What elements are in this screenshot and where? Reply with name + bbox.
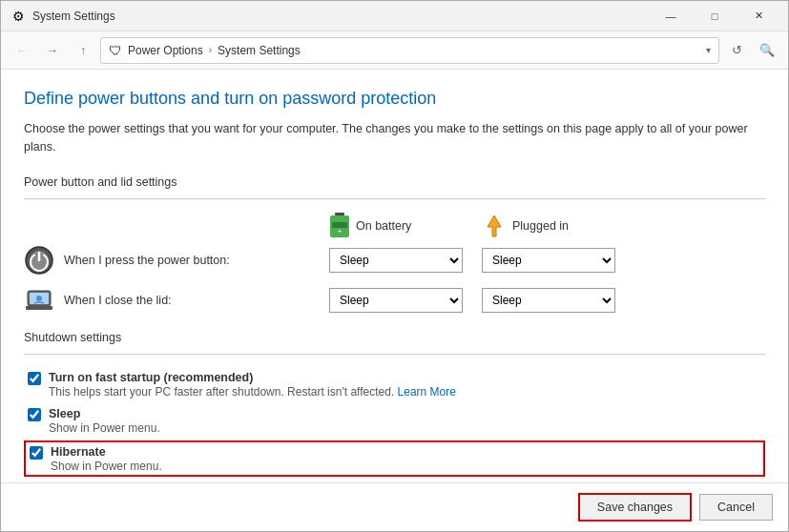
lid-row: When I close the lid: Sleep Hibernate Sh… (24, 285, 765, 316)
hibernate-label[interactable]: Hibernate (51, 445, 106, 459)
power-button-row: When I press the power button: Sleep Hib… (24, 245, 765, 276)
lid-on-battery-select[interactable]: Sleep Hibernate Shut down Turn off the d… (329, 288, 463, 313)
content-area: Define power buttons and turn on passwor… (1, 70, 788, 482)
svg-marker-4 (488, 215, 501, 236)
minimize-button[interactable]: — (649, 1, 693, 31)
fast-startup-sublabel: This helps start your PC faster after sh… (49, 385, 456, 399)
address-power-options: Power Options (128, 44, 203, 57)
lid-label: When I close the lid: (64, 294, 329, 307)
shutdown-section-label: Shutdown settings (24, 331, 765, 344)
power-on-battery-select[interactable]: Sleep Hibernate Shut down Turn off the d… (329, 248, 463, 273)
back-button[interactable]: ← (9, 37, 35, 64)
close-button[interactable]: ✕ (737, 1, 780, 31)
title-bar-controls: — □ ✕ (649, 1, 780, 31)
address-chevron: › (209, 45, 212, 55)
fast-startup-row: Turn on fast startup (recommended) This … (24, 368, 765, 400)
power-button-icon (24, 245, 54, 276)
battery-icon: + (329, 213, 350, 239)
fast-startup-label[interactable]: Turn on fast startup (recommended) (49, 371, 253, 384)
shutdown-divider (24, 354, 765, 355)
maximize-button[interactable]: □ (693, 1, 737, 31)
window-icon: ⚙ (12, 9, 25, 24)
power-button-label: When I press the power button: (64, 254, 329, 267)
title-bar: ⚙ System Settings — □ ✕ (1, 1, 788, 31)
section-divider (24, 198, 765, 199)
sleep-content: Sleep Show in Power menu. (49, 406, 160, 435)
address-field[interactable]: 🛡 Power Options › System Settings ▾ (100, 37, 719, 64)
fast-startup-checkbox[interactable] (28, 372, 41, 385)
power-plugged-select-wrap: Sleep Hibernate Shut down Turn off the d… (482, 248, 634, 273)
header-on-battery: + On battery (329, 213, 482, 239)
sleep-label[interactable]: Sleep (49, 407, 80, 420)
hibernate-sublabel: Show in Power menu. (51, 460, 162, 473)
footer: Save changes Cancel (1, 482, 788, 531)
table-header-row: + On battery Plugged in (24, 213, 765, 239)
up-button[interactable]: ↑ (70, 37, 96, 64)
lid-plugged-select[interactable]: Sleep Hibernate Shut down Turn off the d… (482, 288, 615, 313)
fast-startup-content: Turn on fast startup (recommended) This … (49, 370, 456, 399)
power-plugged-select[interactable]: Sleep Hibernate Shut down Turn off the d… (482, 248, 615, 273)
refresh-button[interactable]: ↺ (723, 37, 750, 64)
lid-icon (24, 285, 54, 316)
power-section-label: Power button and lid settings (24, 175, 765, 189)
sleep-sublabel: Show in Power menu. (49, 421, 160, 435)
address-bar: ← → ↑ 🛡 Power Options › System Settings … (1, 31, 788, 70)
svg-point-10 (36, 296, 42, 301)
power-table: + On battery Plugged in (24, 213, 765, 316)
window-title: System Settings (32, 10, 115, 23)
address-dropdown-arrow[interactable]: ▾ (706, 45, 711, 55)
header-empty-col (24, 213, 329, 239)
lid-battery-select-wrap: Sleep Hibernate Shut down Turn off the d… (329, 288, 482, 313)
lid-plugged-select-wrap: Sleep Hibernate Shut down Turn off the d… (482, 288, 634, 313)
sleep-checkbox[interactable] (28, 408, 41, 421)
main-window: ⚙ System Settings — □ ✕ ← → ↑ 🛡 Power Op… (0, 0, 789, 532)
svg-rect-0 (335, 213, 344, 215)
header-plugged-in: Plugged in (482, 213, 634, 239)
title-bar-left: ⚙ System Settings (12, 9, 115, 24)
cancel-button[interactable]: Cancel (699, 494, 773, 521)
hibernate-row: Hibernate Show in Power menu. (24, 440, 765, 477)
page-description: Choose the power settings that you want … (24, 120, 765, 156)
save-changes-button[interactable]: Save changes (578, 493, 692, 522)
svg-rect-9 (26, 306, 52, 310)
hibernate-checkbox[interactable] (30, 446, 43, 460)
svg-text:+: + (338, 227, 343, 235)
page-title: Define power buttons and turn on passwor… (24, 89, 765, 109)
learn-more-link[interactable]: Learn More (398, 385, 456, 399)
hibernate-content: Hibernate Show in Power menu. (51, 444, 162, 473)
address-current-page: System Settings (218, 44, 301, 57)
forward-button[interactable]: → (39, 37, 66, 64)
search-button[interactable]: 🔍 (754, 37, 780, 64)
plug-icon (482, 214, 507, 238)
address-icon: 🛡 (109, 43, 122, 58)
power-battery-select-wrap: Sleep Hibernate Shut down Turn off the d… (329, 248, 482, 273)
shutdown-section: Shutdown settings Turn on fast startup (… (24, 331, 765, 483)
sleep-row: Sleep Show in Power menu. (24, 404, 765, 437)
